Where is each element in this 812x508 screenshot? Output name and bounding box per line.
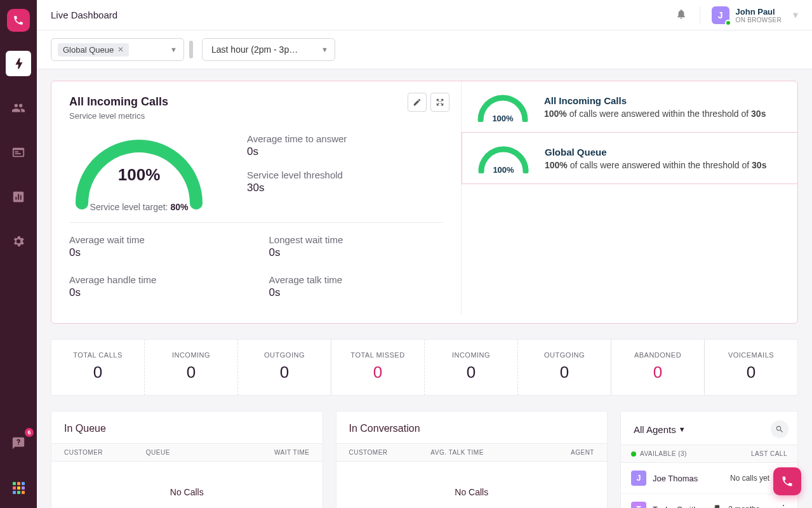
gear-icon <box>11 234 25 248</box>
stat-cell: INCOMING 0 <box>145 340 238 395</box>
agent-name: Taylor Smith <box>653 505 706 509</box>
metric-value: 0s <box>269 286 444 299</box>
nav-settings[interactable] <box>6 229 31 254</box>
queue-filter[interactable]: Global Queue ✕ ▼ <box>51 38 184 61</box>
stat-label: ABANDONED <box>615 351 700 359</box>
column-header: AGENT <box>512 449 594 456</box>
stats-row: TOTAL CALLS 0INCOMING 0OUTGOING 0TOTAL M… <box>51 339 798 396</box>
time-range-label: Last hour (2pm - 3p… <box>211 44 298 55</box>
column-header: CUSTOMER <box>349 449 431 456</box>
agent-row[interactable]: J Joe Thomas No calls yet ⋮ <box>621 463 797 494</box>
phone-icon <box>13 15 24 26</box>
metric-label: Service level threshold <box>247 170 347 180</box>
agent-name: Joe Thomas <box>653 474 724 483</box>
nav-apps[interactable] <box>6 475 31 500</box>
apps-icon <box>13 482 25 494</box>
stat-cell: TOTAL MISSED 0 <box>331 340 425 395</box>
user-menu[interactable]: J John Paul ON BROWSER ▾ <box>700 6 798 24</box>
column-header: AVG. TALK TIME <box>430 449 512 456</box>
stat-label: TOTAL CALLS <box>55 351 140 359</box>
search-agents-button[interactable] <box>771 420 789 438</box>
metric-label: Longest wait time <box>269 234 444 245</box>
stat-label: INCOMING <box>149 351 234 359</box>
queue-sl-row[interactable]: 100% All Incoming Calls 100% of calls we… <box>462 81 797 133</box>
metric-label: Average handle time <box>69 274 244 285</box>
stat-label: OUTGOING <box>242 351 327 359</box>
nav-reports[interactable] <box>6 184 31 210</box>
filter-bar: Global Queue ✕ ▼ Last hour (2pm - 3p… ▼ <box>37 30 812 69</box>
queue-name: All Incoming Calls <box>544 95 766 106</box>
available-count: AVAILABLE (3) <box>631 450 687 457</box>
stat-value: 0 <box>429 363 514 382</box>
service-level-gauge: 100% Service level target: 80% <box>69 133 209 210</box>
gauge-target: Service level target: 80% <box>69 202 209 212</box>
app-logo[interactable] <box>7 9 30 32</box>
stat-value: 0 <box>55 363 140 382</box>
queue-sl-text: 100% of calls were answered within the t… <box>545 160 766 170</box>
user-name: John Paul <box>736 7 782 17</box>
time-range-filter[interactable]: Last hour (2pm - 3p… ▼ <box>202 38 335 61</box>
nav-contacts[interactable] <box>6 95 31 121</box>
stat-label: TOTAL MISSED <box>335 351 420 359</box>
nav-inbox[interactable] <box>6 140 31 165</box>
stat-label: VOICEMAILS <box>709 351 794 359</box>
chevron-down-icon: ▼ <box>679 425 686 433</box>
queue-sl-text: 100% of calls were answered within the t… <box>544 109 766 119</box>
in-queue-panel: In Queue CUSTOMER QUEUE WAIT TIME No Cal… <box>51 411 323 508</box>
stat-cell: VOICEMAILS 0 <box>705 340 797 395</box>
filter-scrollbar[interactable] <box>189 41 193 58</box>
chevron-down-icon: ▾ <box>793 9 798 21</box>
bell-icon <box>676 8 687 20</box>
agent-more-button[interactable]: ⋮ <box>776 504 791 508</box>
empty-state: No Calls <box>51 462 323 508</box>
notifications-button[interactable] <box>676 8 687 22</box>
stat-label: OUTGOING <box>522 351 607 359</box>
user-avatar: J <box>712 6 729 24</box>
agents-panel: All Agents ▼ AVAILABLE (3) LAST CALL <box>620 411 798 508</box>
card-title: All Incoming Calls <box>69 95 443 109</box>
help-icon <box>11 436 25 450</box>
metric-value: 30s <box>247 182 347 194</box>
queue-sl-row[interactable]: 100% Global Queue 100% of calls were ans… <box>462 132 797 184</box>
metric-label: Average talk time <box>269 274 444 285</box>
chart-icon <box>11 190 25 204</box>
stat-value: 0 <box>709 363 794 382</box>
nav-dashboard[interactable] <box>6 51 31 76</box>
agent-last-call: 3 months … <box>728 505 769 508</box>
chevron-down-icon: ▼ <box>170 46 177 53</box>
metric-label: Average time to answer <box>247 133 347 144</box>
nav-help[interactable]: 6 <box>6 431 31 456</box>
presence-indicator <box>725 20 731 26</box>
metric-label: Average wait time <box>69 234 244 245</box>
chevron-down-icon: ▼ <box>321 46 328 53</box>
page-title: Live Dashboard <box>51 10 117 20</box>
people-icon <box>11 101 25 115</box>
metric-value: 0s <box>247 145 347 158</box>
stat-cell: TOTAL CALLS 0 <box>51 340 145 395</box>
expand-button[interactable] <box>430 93 449 112</box>
metric-value: 0s <box>69 286 244 299</box>
device-icon: 📱 <box>712 505 722 508</box>
agents-filter[interactable]: All Agents ▼ <box>634 424 686 435</box>
queue-name: Global Queue <box>545 147 766 157</box>
column-header: CUSTOMER <box>64 449 146 456</box>
column-header: QUEUE <box>146 449 228 456</box>
agent-row[interactable]: T Taylor Smith 📱 3 months … ⋮ <box>621 494 797 508</box>
gauge-percent: 100% <box>69 165 209 185</box>
stat-value: 0 <box>615 363 700 382</box>
empty-state: No Calls <box>336 462 608 508</box>
column-header: LAST CALL <box>751 450 787 457</box>
stat-cell: OUTGOING 0 <box>238 340 331 395</box>
queue-tag: Global Queue ✕ <box>58 43 129 57</box>
stat-cell: OUTGOING 0 <box>518 340 611 395</box>
service-level-card: All Incoming Calls Service level metrics… <box>51 81 798 324</box>
column-header: WAIT TIME <box>228 449 310 456</box>
dial-button[interactable] <box>773 467 801 495</box>
remove-tag-button[interactable]: ✕ <box>117 45 124 54</box>
search-icon <box>775 425 784 434</box>
agent-avatar: J <box>631 471 646 486</box>
edit-button[interactable] <box>408 93 427 112</box>
service-level-queues: 100% All Incoming Calls 100% of calls we… <box>461 81 797 314</box>
stat-label: INCOMING <box>429 351 514 359</box>
panel-title: In Queue <box>51 411 323 443</box>
